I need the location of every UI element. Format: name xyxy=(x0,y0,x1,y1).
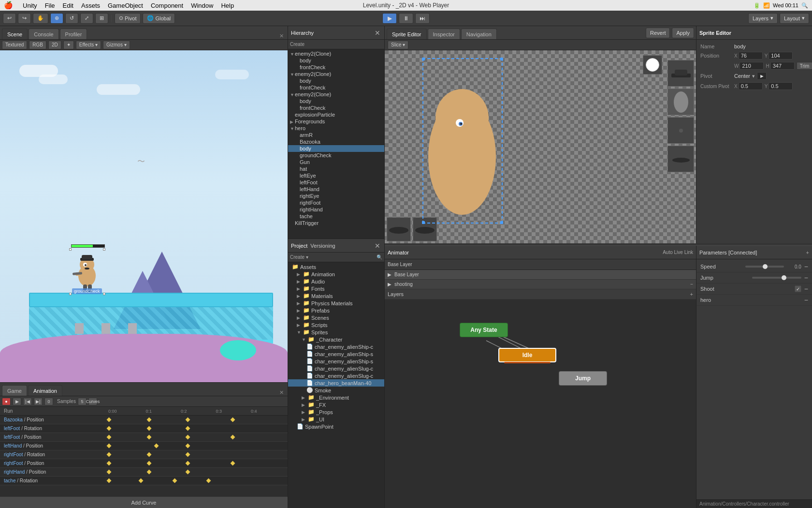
tab-sprite-editor[interactable]: Sprite Editor xyxy=(387,29,427,39)
tree-item[interactable]: rightEye xyxy=(288,193,384,199)
layer-minus-btn[interactable]: − xyxy=(690,282,693,287)
thumb-hat[interactable] xyxy=(667,60,694,87)
tree-item[interactable]: body xyxy=(288,57,384,64)
step-button[interactable]: ⏭ xyxy=(415,13,430,24)
rgb-btn[interactable]: RGB xyxy=(29,41,46,49)
rect-tool[interactable]: ⊞ xyxy=(95,13,108,24)
pivot-arrow-input[interactable] xyxy=(757,72,767,80)
tree-item[interactable]: leftEye xyxy=(288,172,384,179)
folder-item[interactable]: ▶📁Animation xyxy=(288,270,384,278)
folder-item[interactable]: ▶📁_FX xyxy=(288,401,384,408)
track-row-7[interactable]: tache / Rotation xyxy=(0,477,288,485)
keyframe[interactable] xyxy=(231,461,235,466)
track-row-5[interactable]: rightFoot / Position xyxy=(0,459,288,468)
curves-btn[interactable]: Curves xyxy=(88,398,97,405)
keyframe[interactable] xyxy=(107,435,112,440)
menu-component[interactable]: Component xyxy=(151,2,183,9)
folder-item[interactable]: ▶📁_UI xyxy=(288,416,384,423)
layer-play-icon-2[interactable]: ▶ xyxy=(388,282,392,287)
keyframe[interactable] xyxy=(186,452,190,457)
track-row-1[interactable]: leftFoot / Rotation xyxy=(0,424,288,433)
hand-tool[interactable]: ✋ xyxy=(33,13,48,24)
folder-item[interactable]: 📄char_enemy_alienShip-s xyxy=(288,358,384,365)
keyframe[interactable] xyxy=(154,444,159,448)
tree-item[interactable]: frontCheck xyxy=(288,64,384,71)
keyframe[interactable] xyxy=(186,444,190,448)
tab-scene[interactable]: Scene xyxy=(2,29,28,39)
undo-btn[interactable]: ↩ xyxy=(3,13,16,24)
folder-item[interactable]: ▶📁_Props xyxy=(288,408,384,416)
speed-slider-thumb[interactable] xyxy=(763,264,768,269)
track-keys-2[interactable] xyxy=(106,433,288,441)
tree-item[interactable]: ▼enemy2(Clone) xyxy=(288,91,384,98)
anim-play-btn[interactable]: ▶ xyxy=(13,398,21,405)
trim-button[interactable]: Trim xyxy=(797,62,812,70)
track-keys-3[interactable] xyxy=(106,442,288,450)
folder-item[interactable]: ▶📁Prefabs xyxy=(288,307,384,314)
tree-item[interactable]: leftFoot xyxy=(288,179,384,186)
folder-item[interactable]: ▶📁Audio xyxy=(288,278,384,285)
keyframe[interactable] xyxy=(139,478,144,483)
search-icon[interactable]: 🔍 xyxy=(801,2,808,9)
tree-item[interactable]: explosionParticle xyxy=(288,111,384,118)
textured-btn[interactable]: Textured xyxy=(2,41,27,49)
param-speed-minus[interactable]: − xyxy=(804,263,808,270)
2d-btn[interactable]: 2D xyxy=(48,41,61,49)
param-speed[interactable]: Speed 0.0 − xyxy=(696,261,812,272)
track-keys-5[interactable] xyxy=(106,459,288,467)
thumb-mustache[interactable] xyxy=(667,146,694,172)
folder-item[interactable]: 📄char_enemy_alienSlug-c xyxy=(288,365,384,372)
folder-item[interactable]: 📁Assets xyxy=(288,263,384,270)
keyframe[interactable] xyxy=(186,470,190,475)
folder-item[interactable]: 📄char_enemy_alienSlug-c xyxy=(288,372,384,379)
jump-slider[interactable] xyxy=(752,277,801,279)
thumb-body-dark[interactable] xyxy=(667,89,694,115)
hierarchy-tree[interactable]: ▼enemy2(Clone) body frontCheck ▼enemy2(C… xyxy=(288,49,384,239)
keyframe[interactable] xyxy=(107,452,112,457)
track-row-3[interactable]: leftHand / Position xyxy=(0,442,288,450)
pause-button[interactable]: ⏸ xyxy=(399,13,413,24)
menu-edit[interactable]: Edit xyxy=(63,2,73,9)
folder-item[interactable]: 📄SpawnPoint xyxy=(288,423,384,430)
thumb-circle[interactable] xyxy=(643,55,662,75)
params-add-btn[interactable]: + xyxy=(806,250,809,255)
tree-item[interactable]: tache xyxy=(288,213,384,220)
tree-item[interactable]: ▼enemy2(Clone) xyxy=(288,71,384,77)
project-search-icon[interactable]: 🔍 xyxy=(377,254,382,260)
project-create-label[interactable]: Create ▾ xyxy=(290,254,308,260)
animator-canvas[interactable]: Any State Idle Jump xyxy=(385,299,696,508)
panel-close-2[interactable]: ✕ xyxy=(277,389,286,396)
track-keys-1[interactable] xyxy=(106,424,288,433)
folder-item[interactable]: 📄char_enemy_alienShip-c xyxy=(288,343,384,350)
keyframe[interactable] xyxy=(231,435,235,440)
apply-btn[interactable]: Apply xyxy=(672,28,694,38)
keyframe[interactable] xyxy=(107,470,112,475)
pivot-chevron[interactable]: ▾ xyxy=(752,73,755,79)
tree-item[interactable]: hat xyxy=(288,165,384,172)
folder-item[interactable]: ▶📁Physics Materials xyxy=(288,299,384,307)
keyframe[interactable] xyxy=(147,435,152,440)
play-button[interactable]: ▶ xyxy=(382,13,397,24)
keyframe[interactable] xyxy=(173,478,177,483)
folder-item[interactable]: ▶📁Scenes xyxy=(288,314,384,321)
track-keys-0[interactable] xyxy=(106,416,288,424)
tree-item[interactable]: groundCheck xyxy=(288,152,384,159)
track-row-2[interactable]: leftFoot / Position xyxy=(0,433,288,442)
keyframe[interactable] xyxy=(186,418,190,422)
gizmos-btn[interactable]: Gizmos ▾ xyxy=(103,41,130,49)
keyframe[interactable] xyxy=(186,461,190,466)
animator-layer-base[interactable]: ▶ Base Layer xyxy=(385,270,696,280)
tree-item[interactable]: ▶Foregrounds xyxy=(288,118,384,125)
param-hero[interactable]: hero − xyxy=(696,295,812,306)
project-tab[interactable]: Project xyxy=(291,243,307,249)
param-shoot[interactable]: Shoot ✓ − xyxy=(696,284,812,295)
folder-item[interactable]: ▼📁Sprites xyxy=(288,329,384,336)
menu-window[interactable]: Window xyxy=(191,2,213,9)
height-input[interactable] xyxy=(770,62,795,70)
folder-item[interactable]: ⚪Smoke xyxy=(288,387,384,394)
add-curve-button[interactable]: Add Curve xyxy=(0,496,288,508)
menu-help[interactable]: Help xyxy=(221,2,234,9)
redo-btn[interactable]: ↪ xyxy=(18,13,31,24)
thumb-shoe-left[interactable] xyxy=(387,217,411,241)
hero-character[interactable] xyxy=(72,254,103,293)
